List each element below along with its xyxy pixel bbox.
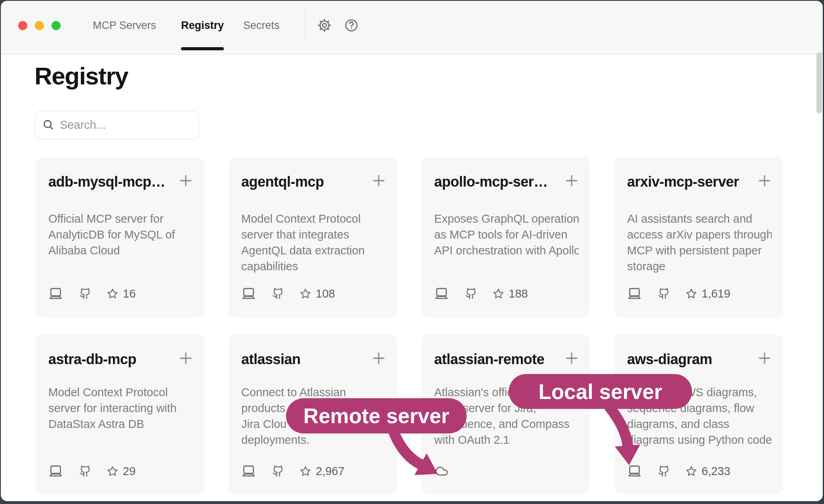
- add-server-button[interactable]: [370, 172, 387, 189]
- github-icon: [658, 288, 670, 300]
- server-card[interactable]: apollo-mcp-ser… Exposes GraphQL operatio…: [422, 157, 590, 318]
- app-window: MCP Servers Registry Secrets Registry ad…: [1, 1, 823, 501]
- star-icon: [107, 466, 118, 477]
- laptop-icon: [48, 287, 63, 300]
- server-card[interactable]: aws-diagram Generate AWS diagrams,sequen…: [614, 334, 783, 494]
- add-server-button[interactable]: [756, 172, 773, 189]
- minimize-button[interactable]: [35, 21, 44, 30]
- server-name: aws-diagram: [627, 351, 749, 368]
- zoom-button[interactable]: [52, 21, 61, 30]
- server-name: atlassian: [241, 351, 363, 368]
- plus-icon: [177, 349, 195, 367]
- star-count: 188: [509, 287, 528, 300]
- add-server-button[interactable]: [563, 172, 580, 189]
- github-icon: [658, 465, 670, 477]
- laptop-icon: [627, 287, 642, 300]
- server-name: agentql-mcp: [241, 174, 363, 190]
- gear-icon: [317, 18, 332, 32]
- laptop-icon: [627, 464, 642, 478]
- cloud-icon: [434, 464, 449, 478]
- server-stats: 188: [434, 284, 528, 303]
- scrollbar-thumb[interactable]: [816, 52, 822, 113]
- add-server-button[interactable]: [563, 349, 580, 367]
- star-count: 2,967: [316, 465, 345, 478]
- server-stats: 2,967: [241, 462, 345, 480]
- close-button[interactable]: [18, 21, 27, 30]
- nav-divider: [305, 8, 305, 40]
- server-name: atlassian-remote: [434, 351, 556, 368]
- server-card[interactable]: arxiv-mcp-server AI assistants search an…: [614, 157, 783, 318]
- github-icon: [79, 465, 91, 477]
- star-icon: [686, 288, 697, 299]
- screenshot-stage: MCP Servers Registry Secrets Registry ad…: [0, 0, 824, 504]
- plus-icon: [756, 349, 773, 367]
- server-description: AI assistants search andaccess arXiv pap…: [627, 211, 772, 274]
- server-name: arxiv-mcp-server: [627, 174, 749, 190]
- server-stats: 6,233: [627, 462, 731, 480]
- add-server-button[interactable]: [370, 349, 387, 367]
- server-description: Exposes GraphQL operationsas MCP tools f…: [434, 211, 579, 274]
- server-name: apollo-mcp-ser…: [434, 174, 556, 190]
- server-name: adb-mysql-mcp…: [48, 174, 170, 190]
- star-count: 29: [123, 465, 135, 478]
- laptop-icon: [434, 287, 449, 300]
- server-card[interactable]: agentql-mcp Model Context Protocolserver…: [229, 157, 397, 318]
- callout-remote-server: Remote server: [286, 398, 467, 433]
- plus-icon: [563, 172, 580, 189]
- server-stats: 29: [48, 462, 135, 480]
- github-icon: [79, 288, 91, 300]
- server-description: Official MCP server forAnalyticDB for My…: [48, 211, 193, 274]
- server-stats: 16: [48, 284, 135, 303]
- help-icon: [344, 18, 359, 32]
- nav-tab-registry[interactable]: Registry: [181, 19, 224, 32]
- star-count: 16: [123, 287, 135, 300]
- laptop-icon: [48, 464, 63, 478]
- server-stats: 108: [241, 284, 335, 303]
- settings-button[interactable]: [316, 17, 333, 34]
- search-input[interactable]: [35, 111, 199, 139]
- plus-icon: [370, 172, 387, 189]
- github-icon: [465, 288, 477, 300]
- star-count: 6,233: [702, 465, 731, 478]
- traffic-lights: [18, 21, 61, 30]
- nav-tab-mcp-servers[interactable]: MCP Servers: [93, 19, 156, 32]
- star-icon: [300, 466, 311, 477]
- laptop-icon: [241, 287, 256, 300]
- star-count: 1,619: [702, 287, 731, 300]
- server-description: Model Context Protocolserver that integr…: [241, 211, 386, 274]
- laptop-icon: [241, 464, 256, 478]
- star-count: 108: [316, 287, 335, 300]
- plus-icon: [563, 349, 580, 367]
- nav-tab-secrets[interactable]: Secrets: [243, 19, 280, 32]
- add-server-button[interactable]: [177, 349, 195, 367]
- callout-local-server: Local server: [509, 374, 692, 409]
- server-card[interactable]: astra-db-mcp Model Context Protocolserve…: [36, 334, 204, 494]
- star-icon: [493, 288, 504, 299]
- server-description: Model Context Protocolserver for interac…: [48, 384, 193, 448]
- star-icon: [300, 288, 311, 299]
- help-button[interactable]: [343, 17, 360, 34]
- add-server-button[interactable]: [756, 349, 773, 367]
- add-server-button[interactable]: [177, 172, 195, 189]
- star-icon: [107, 288, 118, 299]
- star-icon: [686, 466, 697, 477]
- plus-icon: [177, 172, 195, 189]
- page-title: Registry: [34, 59, 128, 93]
- plus-icon: [756, 172, 773, 189]
- active-tab-indicator: [181, 47, 224, 50]
- github-icon: [272, 465, 284, 477]
- github-icon: [272, 288, 284, 300]
- server-stats: 1,619: [627, 284, 731, 303]
- server-card[interactable]: adb-mysql-mcp… Official MCP server forAn…: [36, 157, 204, 318]
- header: MCP Servers Registry Secrets: [1, 1, 823, 55]
- plus-icon: [370, 349, 387, 367]
- server-name: astra-db-mcp: [48, 351, 170, 368]
- server-stats: [434, 462, 449, 480]
